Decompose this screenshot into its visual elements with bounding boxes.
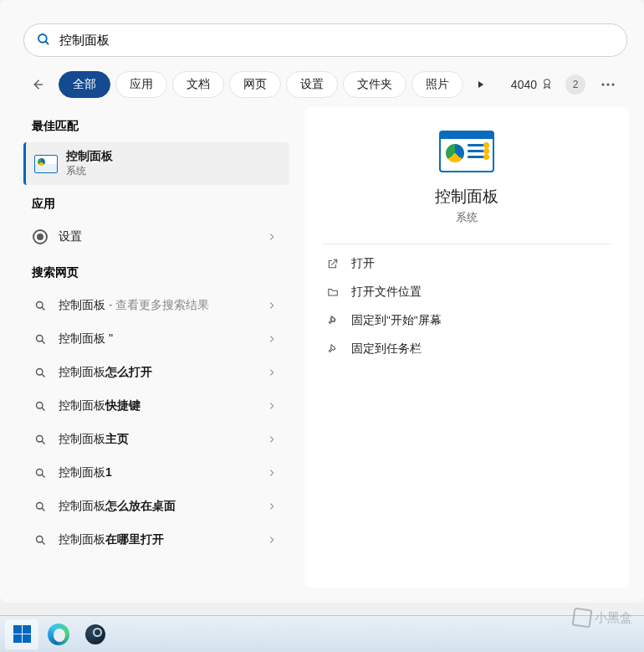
web-result-7[interactable]: 控制面板在哪里打开 [0,523,296,557]
search-input[interactable] [59,33,615,48]
web-result-label: 控制面板快捷键 [59,398,258,413]
app-item-settings[interactable]: 设置 [0,220,296,254]
svg-point-18 [36,502,43,509]
filter-settings[interactable]: 设置 [286,71,338,98]
open-icon [326,257,340,270]
svg-point-8 [36,335,43,341]
web-result-label: 控制面板怎么放在桌面 [59,499,258,514]
steam-icon [85,624,105,644]
search-icon [32,331,49,347]
points-value: 4040 [511,78,537,91]
search-icon [32,398,49,414]
filter-next-button[interactable] [468,72,493,97]
filter-docs[interactable]: 文档 [172,71,224,98]
filter-all[interactable]: 全部 [59,71,110,98]
best-match-text: 控制面板 系统 [66,149,113,178]
action-list: 打开 打开文件位置 固定到"开始"屏幕 [323,249,611,363]
taskbar [0,615,644,652]
svg-line-21 [42,542,44,544]
taskbar-edge[interactable] [42,619,75,649]
action-open[interactable]: 打开 [323,249,611,278]
app-item-label: 设置 [59,229,258,244]
folder-icon [326,285,340,299]
web-result-5[interactable]: 控制面板1 [0,456,296,490]
divider [323,244,611,244]
web-result-3[interactable]: 控制面板快捷键 [0,389,296,423]
best-match-subtitle: 系统 [66,164,113,178]
notification-badge[interactable]: 2 [565,74,585,95]
search-icon [36,32,51,49]
svg-line-1 [45,41,49,44]
detail-panel: 控制面板 系统 打开 打开文件位置 [304,107,629,588]
svg-line-9 [42,341,44,343]
web-result-4[interactable]: 控制面板主页 [0,423,296,456]
content-area: 最佳匹配 控制面板 系统 应用 设置 搜索网页 [0,107,644,603]
control-panel-icon [439,131,494,172]
chevron-right-icon [268,500,276,513]
edge-icon [48,624,69,645]
svg-line-19 [42,508,44,511]
section-apps: 应用 [0,185,296,220]
action-open-location[interactable]: 打开文件位置 [323,278,611,306]
search-icon [32,297,49,314]
web-result-label: 控制面板 - 查看更多搜索结果 [59,298,258,313]
chevron-right-icon [268,366,276,379]
svg-point-5 [611,83,614,85]
svg-line-11 [42,374,44,377]
web-result-0[interactable]: 控制面板 - 查看更多搜索结果 [0,289,296,322]
filter-web[interactable]: 网页 [229,71,281,98]
windows-logo-icon [13,625,31,643]
rewards-points[interactable]: 4040 [511,76,554,94]
svg-point-12 [36,402,43,408]
back-button[interactable] [23,70,52,99]
web-result-label: 控制面板1 [59,465,258,480]
web-result-label: 控制面板 '' [59,331,258,347]
svg-line-15 [42,441,44,444]
svg-point-3 [601,83,604,85]
action-label: 固定到"开始"屏幕 [351,313,442,328]
pin-icon [326,342,340,356]
svg-line-17 [42,475,44,477]
search-bar-container [0,0,644,65]
chevron-right-icon [268,466,276,480]
chevron-right-icon [268,299,276,312]
action-pin-start[interactable]: 固定到"开始"屏幕 [323,306,611,335]
chevron-right-icon [268,433,276,446]
filter-row: 全部 应用 文档 网页 设置 文件夹 照片 4040 2 [0,65,644,107]
pin-icon [326,314,340,327]
web-result-1[interactable]: 控制面板 '' [0,322,296,356]
detail-subtitle: 系统 [456,211,478,225]
svg-point-20 [36,536,43,542]
taskbar-start-button[interactable] [5,619,38,649]
web-result-6[interactable]: 控制面板怎么放在桌面 [0,490,296,523]
svg-point-10 [36,368,43,375]
chevron-right-icon [268,332,276,346]
medal-icon [540,76,554,94]
web-result-label: 控制面板主页 [59,432,258,447]
results-column: 最佳匹配 控制面板 系统 应用 设置 搜索网页 [0,107,296,603]
taskbar-steam[interactable] [79,619,112,649]
action-label: 固定到任务栏 [351,341,422,357]
svg-line-7 [42,307,44,310]
web-result-label: 控制面板在哪里打开 [59,532,258,547]
action-label: 打开文件位置 [351,285,422,300]
filter-folders[interactable]: 文件夹 [343,71,406,98]
more-options-button[interactable] [595,72,621,97]
web-result-2[interactable]: 控制面板怎么打开 [0,356,296,389]
svg-line-13 [42,408,44,410]
filter-apps[interactable]: 应用 [115,71,167,98]
svg-point-4 [606,83,609,85]
chevron-right-icon [268,533,276,547]
search-panel: 全部 应用 文档 网页 设置 文件夹 照片 4040 2 最佳匹配 [0,0,644,603]
search-bar[interactable] [23,23,627,57]
svg-point-6 [36,301,43,308]
search-icon [32,465,49,481]
best-match-item[interactable]: 控制面板 系统 [23,142,289,185]
filter-photos[interactable]: 照片 [411,71,463,98]
section-best-match: 最佳匹配 [0,107,296,142]
action-pin-taskbar[interactable]: 固定到任务栏 [323,335,611,363]
svg-point-2 [544,79,550,85]
search-icon [32,364,49,381]
svg-point-16 [36,469,43,475]
search-icon [32,498,49,515]
